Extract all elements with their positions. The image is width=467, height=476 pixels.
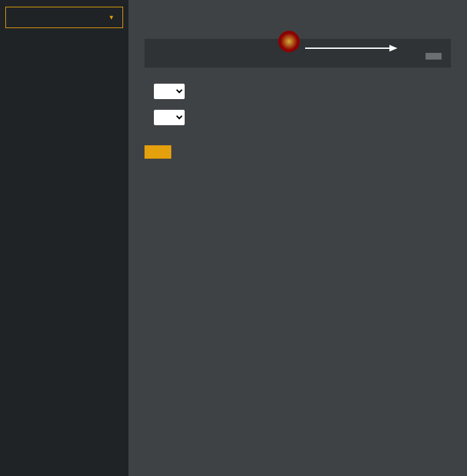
stop-time-row: [145, 110, 451, 125]
annotation-two: [278, 31, 300, 52]
show-advanced-button[interactable]: [426, 53, 442, 60]
annotation-arrow-two: [305, 43, 399, 54]
chevron-down-icon: ▼: [108, 14, 114, 21]
start-time-row: [145, 84, 451, 99]
sidebar: ▼: [0, 0, 128, 476]
advanced-bar: [145, 39, 451, 68]
stop-time-select[interactable]: [154, 110, 185, 125]
server-selector[interactable]: ▼: [5, 7, 123, 28]
start-time-select[interactable]: [154, 84, 185, 99]
svg-marker-1: [389, 45, 397, 52]
save-changes-button[interactable]: [145, 145, 171, 159]
main-content: [128, 0, 467, 476]
